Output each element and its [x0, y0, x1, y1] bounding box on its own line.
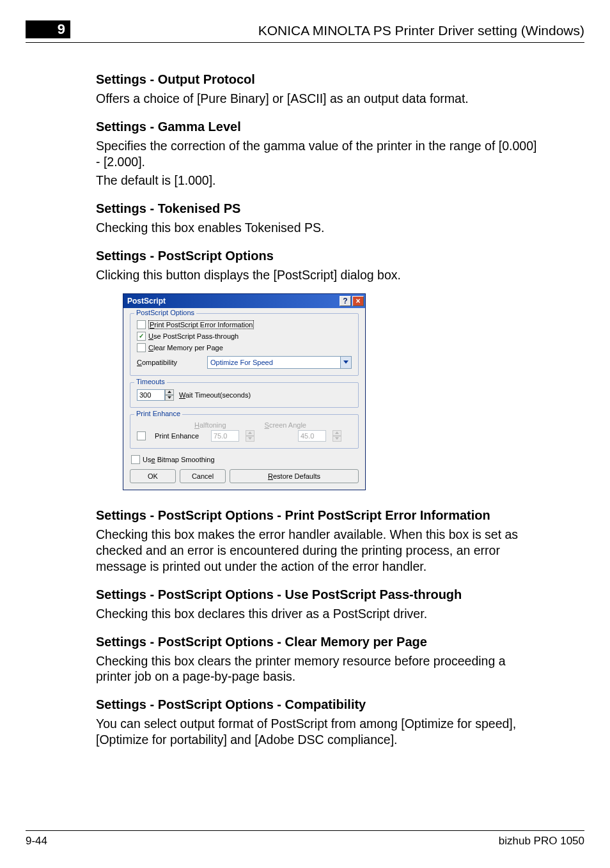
print-error-label: Print PostScript Error Information [148, 320, 254, 329]
timeouts-group: Timeouts 300 Wait Timeout(seconds) [130, 382, 359, 408]
dialog-body: PostScript Options Print PostScript Erro… [123, 308, 365, 490]
section-gamma-level: Settings - Gamma Level Specifies the cor… [96, 120, 540, 189]
paragraph: You can select output format of PostScri… [96, 716, 540, 748]
dialog-title: PostScript [127, 297, 340, 306]
wait-timeout-input[interactable]: 300 [137, 389, 165, 401]
page-header: 9 KONICA MINOLTA PS Printer Driver setti… [0, 20, 610, 42]
screen-angle-spinner [332, 430, 341, 442]
bitmap-smoothing-checkbox[interactable] [131, 455, 140, 464]
svg-marker-5 [335, 431, 339, 434]
close-button[interactable]: × [352, 296, 364, 306]
print-error-row: Print PostScript Error Information [137, 320, 352, 329]
bitmap-smoothing-label: Use Bitmap Smoothing [143, 456, 215, 463]
compatibility-value: Optimize For Speed [210, 359, 273, 366]
spinner-down-icon[interactable] [165, 395, 174, 401]
cancel-button[interactable]: Cancel [180, 469, 226, 483]
postscript-options-group: PostScript Options Print PostScript Erro… [130, 313, 359, 376]
dialog-titlebar: PostScript ? × [123, 294, 365, 308]
chevron-down-icon [340, 357, 351, 368]
group-legend: Timeouts [134, 378, 167, 385]
halftoning-label: Halftoning [194, 421, 226, 429]
restore-defaults-button[interactable]: Restore Defaults [230, 469, 359, 483]
clear-memory-label: Clear Memory per Page [148, 344, 223, 352]
heading: Settings - PostScript Options [96, 249, 540, 263]
section-output-protocol: Settings - Output Protocol Offers a choi… [96, 72, 540, 107]
svg-marker-6 [335, 437, 339, 440]
svg-marker-0 [343, 360, 348, 364]
compatibility-label: Compatibility [137, 359, 207, 366]
spinner-up-icon[interactable] [165, 389, 174, 395]
section-postscript-options: Settings - PostScript Options Clicking t… [96, 249, 540, 283]
spinner-down-icon [332, 436, 341, 442]
paragraph: The default is [1.000]. [96, 173, 540, 189]
wait-timeout-spinner[interactable] [165, 389, 174, 401]
print-enhance-label: Print Enhance [155, 432, 205, 440]
bitmap-smoothing-row: Use Bitmap Smoothing [131, 455, 359, 464]
wait-timeout-label: Wait Timeout(seconds) [179, 391, 251, 399]
section-compatibility: Settings - PostScript Options - Compatib… [96, 697, 540, 748]
heading: Settings - Gamma Level [96, 120, 540, 134]
print-enhance-checkbox[interactable] [137, 431, 146, 440]
titlebar-buttons: ? × [340, 296, 364, 306]
document-page: 9 KONICA MINOLTA PS Printer Driver setti… [0, 0, 610, 868]
page-title: KONICA MINOLTA PS Printer Driver setting… [258, 23, 584, 38]
section-clear-memory: Settings - PostScript Options - Clear Me… [96, 635, 540, 685]
heading: Settings - PostScript Options - Clear Me… [96, 635, 540, 649]
pass-through-row: Use PostScript Pass-through [137, 332, 352, 341]
section-tokenised-ps: Settings - Tokenised PS Checking this bo… [96, 201, 540, 236]
footer-rule [26, 830, 584, 831]
svg-marker-2 [168, 396, 171, 399]
spinner-up-icon [332, 430, 341, 436]
heading: Settings - Output Protocol [96, 72, 540, 87]
page-number: 9-44 [26, 835, 47, 848]
screen-angle-label: Screen Angle [265, 421, 306, 429]
paragraph: Checking this box declares this driver a… [96, 606, 540, 622]
paragraph: Offers a choice of [Pure Binary] or [ASC… [96, 91, 540, 107]
paragraph: Checking this box enables Tokenised PS. [96, 220, 540, 236]
group-legend: Print Enhance [134, 410, 182, 417]
chapter-badge: 9 [26, 20, 70, 38]
print-enhance-row: Print Enhance 75.0 45.0 [137, 430, 352, 442]
postscript-dialog: PostScript ? × PostScript Options Print … [123, 293, 366, 490]
ok-button[interactable]: OK [130, 469, 176, 483]
svg-marker-1 [168, 391, 171, 393]
print-error-checkbox[interactable] [137, 320, 146, 329]
paragraph: Clicking this button displays the [PostS… [96, 267, 540, 283]
heading: Settings - Tokenised PS [96, 201, 540, 216]
dialog-illustration: PostScript ? × PostScript Options Print … [123, 293, 540, 490]
pass-through-label: Use PostScript Pass-through [148, 332, 239, 340]
footer-row: 9-44 bizhub PRO 1050 [26, 835, 584, 848]
halftoning-spinner [246, 430, 254, 442]
spinner-down-icon [246, 436, 254, 442]
spinner-up-icon [246, 430, 254, 436]
compatibility-row: Compatibility Optimize For Speed [137, 356, 352, 369]
paragraph: Checking this box clears the printer mem… [96, 653, 540, 685]
paragraph: Specifies the correction of the gamma va… [96, 138, 540, 170]
page-footer: 9-44 bizhub PRO 1050 [26, 830, 584, 848]
print-enhance-sublabels: Halftoning Screen Angle [194, 421, 352, 429]
help-button[interactable]: ? [340, 296, 351, 306]
heading: Settings - PostScript Options - Print Po… [96, 508, 540, 523]
screen-angle-input: 45.0 [298, 430, 326, 442]
compatibility-combo[interactable]: Optimize For Speed [207, 356, 352, 369]
heading: Settings - PostScript Options - Compatib… [96, 697, 540, 712]
clear-memory-checkbox[interactable] [137, 343, 146, 352]
section-pass-through: Settings - PostScript Options - Use Post… [96, 587, 540, 622]
clear-memory-row: Clear Memory per Page [137, 343, 352, 352]
paragraph: Checking this box makes the error handle… [96, 527, 540, 575]
group-legend: PostScript Options [134, 309, 196, 316]
product-name: bizhub PRO 1050 [499, 835, 584, 848]
print-enhance-group: Print Enhance Halftoning Screen Angle [130, 414, 359, 449]
pass-through-checkbox[interactable] [137, 332, 146, 341]
section-print-error: Settings - PostScript Options - Print Po… [96, 508, 540, 575]
header-rule [26, 42, 584, 43]
heading: Settings - PostScript Options - Use Post… [96, 587, 540, 602]
svg-marker-3 [248, 431, 252, 434]
content-area: Settings - Output Protocol Offers a choi… [0, 54, 610, 748]
svg-marker-4 [248, 437, 252, 440]
dialog-button-row: OK Cancel Restore Defaults [130, 469, 359, 483]
halftoning-input: 75.0 [211, 430, 239, 442]
